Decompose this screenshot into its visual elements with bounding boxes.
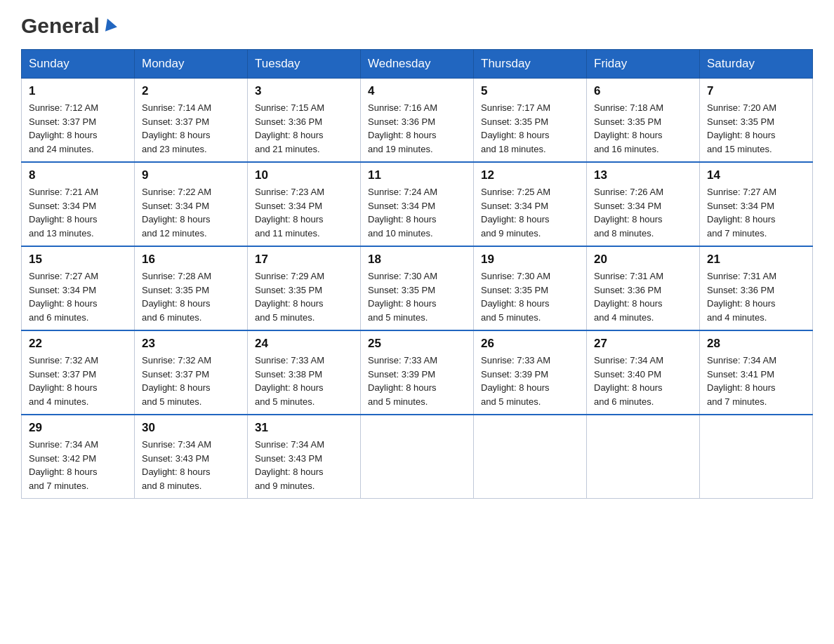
day-info: Sunrise: 7:12 AMSunset: 3:37 PMDaylight:… xyxy=(29,101,127,156)
calendar-cell: 7Sunrise: 7:20 AMSunset: 3:35 PMDaylight… xyxy=(700,79,813,163)
day-number: 1 xyxy=(29,84,127,98)
logo-triangle-icon xyxy=(102,17,117,35)
day-info: Sunrise: 7:34 AMSunset: 3:42 PMDaylight:… xyxy=(29,438,127,492)
day-number: 16 xyxy=(142,253,240,267)
logo-top: General xyxy=(21,14,117,38)
day-info: Sunrise: 7:34 AMSunset: 3:43 PMDaylight:… xyxy=(255,438,353,492)
header-sunday: Sunday xyxy=(22,50,135,79)
day-number: 14 xyxy=(707,168,805,182)
day-number: 24 xyxy=(255,337,353,351)
day-number: 6 xyxy=(594,84,692,98)
day-info: Sunrise: 7:33 AMSunset: 3:39 PMDaylight:… xyxy=(368,354,466,408)
day-info: Sunrise: 7:33 AMSunset: 3:39 PMDaylight:… xyxy=(481,354,579,408)
day-info: Sunrise: 7:31 AMSunset: 3:36 PMDaylight:… xyxy=(707,269,805,324)
day-info: Sunrise: 7:30 AMSunset: 3:35 PMDaylight:… xyxy=(481,269,579,324)
day-number: 9 xyxy=(142,168,240,182)
calendar-week-2: 8Sunrise: 7:21 AMSunset: 3:34 PMDaylight… xyxy=(22,162,813,246)
day-info: Sunrise: 7:27 AMSunset: 3:34 PMDaylight:… xyxy=(707,185,805,240)
day-info: Sunrise: 7:20 AMSunset: 3:35 PMDaylight:… xyxy=(707,101,805,156)
calendar-cell: 8Sunrise: 7:21 AMSunset: 3:34 PMDaylight… xyxy=(22,162,135,246)
day-info: Sunrise: 7:27 AMSunset: 3:34 PMDaylight:… xyxy=(29,269,127,324)
day-info: Sunrise: 7:24 AMSunset: 3:34 PMDaylight:… xyxy=(368,185,466,240)
day-info: Sunrise: 7:33 AMSunset: 3:38 PMDaylight:… xyxy=(255,354,353,408)
calendar-cell: 16Sunrise: 7:28 AMSunset: 3:35 PMDayligh… xyxy=(135,246,248,330)
calendar-cell: 13Sunrise: 7:26 AMSunset: 3:34 PMDayligh… xyxy=(587,162,700,246)
calendar-cell: 3Sunrise: 7:15 AMSunset: 3:36 PMDaylight… xyxy=(248,79,361,163)
day-number: 8 xyxy=(29,168,127,182)
calendar-cell: 22Sunrise: 7:32 AMSunset: 3:37 PMDayligh… xyxy=(22,330,135,415)
page-header: General xyxy=(21,14,813,35)
calendar-cell: 2Sunrise: 7:14 AMSunset: 3:37 PMDaylight… xyxy=(135,79,248,163)
calendar-cell: 21Sunrise: 7:31 AMSunset: 3:36 PMDayligh… xyxy=(700,246,813,330)
day-number: 17 xyxy=(255,253,353,267)
day-number: 15 xyxy=(29,253,127,267)
day-number: 2 xyxy=(142,84,240,98)
day-info: Sunrise: 7:32 AMSunset: 3:37 PMDaylight:… xyxy=(29,354,127,408)
calendar-week-3: 15Sunrise: 7:27 AMSunset: 3:34 PMDayligh… xyxy=(22,246,813,330)
day-info: Sunrise: 7:31 AMSunset: 3:36 PMDaylight:… xyxy=(594,269,692,324)
calendar-cell: 17Sunrise: 7:29 AMSunset: 3:35 PMDayligh… xyxy=(248,246,361,330)
day-number: 30 xyxy=(142,421,240,435)
day-number: 19 xyxy=(481,253,579,267)
day-number: 5 xyxy=(481,84,579,98)
logo: General xyxy=(21,14,117,35)
calendar-cell: 28Sunrise: 7:34 AMSunset: 3:41 PMDayligh… xyxy=(700,330,813,415)
day-info: Sunrise: 7:28 AMSunset: 3:35 PMDaylight:… xyxy=(142,269,240,324)
day-info: Sunrise: 7:34 AMSunset: 3:43 PMDaylight:… xyxy=(142,438,240,492)
day-number: 25 xyxy=(368,337,466,351)
day-info: Sunrise: 7:30 AMSunset: 3:35 PMDaylight:… xyxy=(368,269,466,324)
calendar-cell: 14Sunrise: 7:27 AMSunset: 3:34 PMDayligh… xyxy=(700,162,813,246)
day-number: 3 xyxy=(255,84,353,98)
day-info: Sunrise: 7:22 AMSunset: 3:34 PMDaylight:… xyxy=(142,185,240,240)
calendar-cell: 6Sunrise: 7:18 AMSunset: 3:35 PMDaylight… xyxy=(587,79,700,163)
calendar-cell: 26Sunrise: 7:33 AMSunset: 3:39 PMDayligh… xyxy=(474,330,587,415)
calendar-table: SundayMondayTuesdayWednesdayThursdayFrid… xyxy=(21,49,813,499)
header-monday: Monday xyxy=(135,50,248,79)
calendar-cell: 12Sunrise: 7:25 AMSunset: 3:34 PMDayligh… xyxy=(474,162,587,246)
day-number: 11 xyxy=(368,168,466,182)
calendar-cell: 29Sunrise: 7:34 AMSunset: 3:42 PMDayligh… xyxy=(22,415,135,499)
calendar-cell: 18Sunrise: 7:30 AMSunset: 3:35 PMDayligh… xyxy=(361,246,474,330)
day-number: 13 xyxy=(594,168,692,182)
calendar-cell: 4Sunrise: 7:16 AMSunset: 3:36 PMDaylight… xyxy=(361,79,474,163)
header-wednesday: Wednesday xyxy=(361,50,474,79)
day-number: 21 xyxy=(707,253,805,267)
calendar-cell xyxy=(474,415,587,499)
calendar-cell: 1Sunrise: 7:12 AMSunset: 3:37 PMDaylight… xyxy=(22,79,135,163)
day-info: Sunrise: 7:34 AMSunset: 3:41 PMDaylight:… xyxy=(707,354,805,408)
header-friday: Friday xyxy=(587,50,700,79)
day-number: 20 xyxy=(594,253,692,267)
calendar-cell xyxy=(700,415,813,499)
day-info: Sunrise: 7:21 AMSunset: 3:34 PMDaylight:… xyxy=(29,185,127,240)
calendar-header-row: SundayMondayTuesdayWednesdayThursdayFrid… xyxy=(22,50,813,79)
day-number: 28 xyxy=(707,337,805,351)
day-number: 22 xyxy=(29,337,127,351)
svg-marker-0 xyxy=(102,17,117,32)
calendar-cell xyxy=(361,415,474,499)
day-info: Sunrise: 7:26 AMSunset: 3:34 PMDaylight:… xyxy=(594,185,692,240)
calendar-cell: 20Sunrise: 7:31 AMSunset: 3:36 PMDayligh… xyxy=(587,246,700,330)
day-info: Sunrise: 7:23 AMSunset: 3:34 PMDaylight:… xyxy=(255,185,353,240)
day-number: 27 xyxy=(594,337,692,351)
logo-general-text: General xyxy=(21,14,100,38)
calendar-cell: 27Sunrise: 7:34 AMSunset: 3:40 PMDayligh… xyxy=(587,330,700,415)
calendar-cell: 31Sunrise: 7:34 AMSunset: 3:43 PMDayligh… xyxy=(248,415,361,499)
day-number: 29 xyxy=(29,421,127,435)
day-info: Sunrise: 7:18 AMSunset: 3:35 PMDaylight:… xyxy=(594,101,692,156)
calendar-cell: 9Sunrise: 7:22 AMSunset: 3:34 PMDaylight… xyxy=(135,162,248,246)
day-number: 18 xyxy=(368,253,466,267)
calendar-cell: 5Sunrise: 7:17 AMSunset: 3:35 PMDaylight… xyxy=(474,79,587,163)
calendar-cell: 15Sunrise: 7:27 AMSunset: 3:34 PMDayligh… xyxy=(22,246,135,330)
day-info: Sunrise: 7:17 AMSunset: 3:35 PMDaylight:… xyxy=(481,101,579,156)
day-number: 12 xyxy=(481,168,579,182)
day-info: Sunrise: 7:25 AMSunset: 3:34 PMDaylight:… xyxy=(481,185,579,240)
day-number: 23 xyxy=(142,337,240,351)
calendar-week-4: 22Sunrise: 7:32 AMSunset: 3:37 PMDayligh… xyxy=(22,330,813,415)
calendar-cell: 10Sunrise: 7:23 AMSunset: 3:34 PMDayligh… xyxy=(248,162,361,246)
calendar-week-5: 29Sunrise: 7:34 AMSunset: 3:42 PMDayligh… xyxy=(22,415,813,499)
day-info: Sunrise: 7:14 AMSunset: 3:37 PMDaylight:… xyxy=(142,101,240,156)
calendar-cell: 19Sunrise: 7:30 AMSunset: 3:35 PMDayligh… xyxy=(474,246,587,330)
calendar-cell: 24Sunrise: 7:33 AMSunset: 3:38 PMDayligh… xyxy=(248,330,361,415)
day-info: Sunrise: 7:29 AMSunset: 3:35 PMDaylight:… xyxy=(255,269,353,324)
header-thursday: Thursday xyxy=(474,50,587,79)
